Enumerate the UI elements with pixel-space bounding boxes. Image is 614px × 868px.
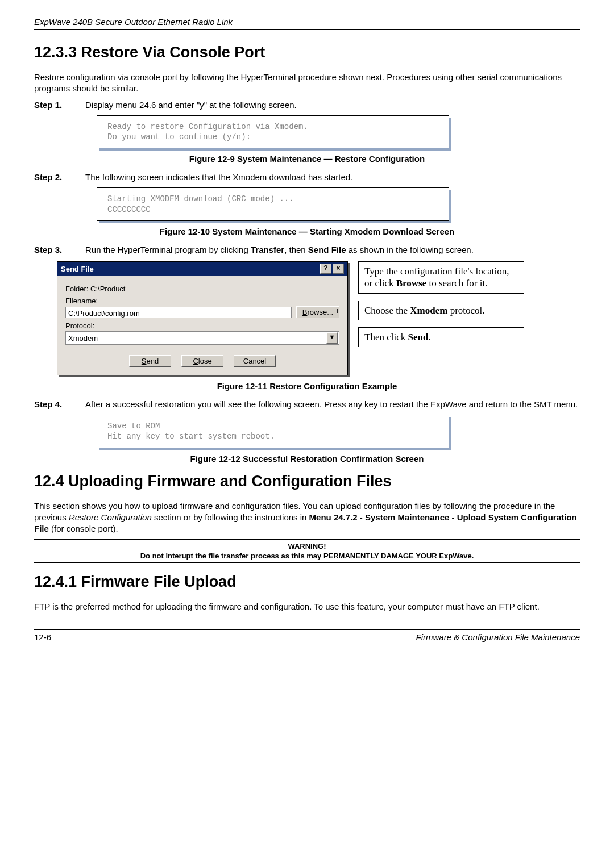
- filename-label: Filename:: [65, 297, 339, 305]
- send-file-dialog: Send File ? × Folder: C:\Product Filenam…: [57, 261, 348, 375]
- console-line: Ready to restore Configuration via Xmode…: [107, 122, 438, 132]
- chevron-down-icon[interactable]: ▼: [326, 332, 338, 344]
- section-12-4-title: 12.4 Uploading Firmware and Configuratio…: [34, 473, 580, 490]
- step-2: Step 2. The following screen indicates t…: [34, 172, 580, 183]
- cancel-button[interactable]: Cancel: [234, 355, 276, 367]
- page-footer: 12-6 Firmware & Configuration File Maint…: [34, 629, 580, 642]
- figure-12-12-caption: Figure 12-12 Successful Restoration Conf…: [34, 454, 580, 464]
- send-button[interactable]: Send: [129, 355, 171, 367]
- console-line: Save to ROM: [107, 421, 438, 431]
- dialog-title: Send File: [61, 265, 94, 273]
- step-1: Step 1. Display menu 24.6 and enter "y" …: [34, 99, 580, 111]
- filename-input[interactable]: C:\Product\config.rom: [65, 307, 292, 318]
- warning-title: WARNING!: [34, 542, 580, 550]
- protocol-select[interactable]: Xmodem ▼: [65, 331, 339, 345]
- warning-box: WARNING! Do not interupt the file transf…: [34, 539, 580, 563]
- step-1-text: Display menu 24.6 and enter "y" at the f…: [85, 99, 580, 111]
- step-4-label: Step 4.: [34, 399, 85, 410]
- section-12-4-1-paragraph: FTP is the preferred method for uploadin…: [34, 601, 580, 612]
- figure-12-9-caption: Figure 12-9 System Maintenance — Restore…: [34, 154, 580, 164]
- warning-text: Do not interupt the file transfer proces…: [34, 552, 580, 560]
- console-box-2: Starting XMODEM download (CRC mode) ... …: [97, 187, 449, 220]
- console-box-1: Ready to restore Configuration via Xmode…: [97, 115, 449, 148]
- console-box-3: Save to ROM Hit any key to start system …: [97, 415, 449, 448]
- page-header: ExpWave 240B Secure Outdoor Ethernet Rad…: [34, 17, 580, 30]
- figure-12-10-caption: Figure 12-10 System Maintenance — Starti…: [34, 227, 580, 236]
- protocol-label: Protocol:: [65, 322, 339, 330]
- close-button[interactable]: Close: [181, 355, 223, 367]
- help-button[interactable]: ?: [320, 264, 331, 274]
- console-line: Starting XMODEM download (CRC mode) ...: [107, 194, 438, 204]
- protocol-value: Xmodem: [68, 334, 98, 343]
- page-number: 12-6: [34, 632, 51, 642]
- callout-protocol: Choose the Xmodem protocol.: [358, 301, 524, 320]
- figure-12-11-caption: Figure 12-11 Restore Configuration Examp…: [34, 381, 580, 391]
- console-line: Do you want to continue (y/n):: [107, 132, 438, 142]
- callout-send: Then click Send.: [358, 327, 524, 347]
- section-12-4-paragraph: This section shows you how to upload fir…: [34, 500, 580, 535]
- console-line: CCCCCCCCC: [107, 205, 438, 215]
- section-12-4-1-title: 12.4.1 Firmware File Upload: [34, 573, 580, 591]
- console-line: Hit any key to start system reboot.: [107, 431, 438, 441]
- intro-paragraph: Restore configuration via console port b…: [34, 72, 580, 95]
- step-4-text: After a successful restoration you will …: [85, 399, 580, 410]
- section-12-3-3-title: 12.3.3 Restore Via Console Port: [34, 44, 580, 61]
- step-3-text: Run the HyperTerminal program by clickin…: [85, 244, 580, 256]
- close-icon[interactable]: ×: [333, 264, 344, 274]
- footer-title: Firmware & Configuration File Maintenanc…: [416, 632, 580, 642]
- step-4: Step 4. After a successful restoration y…: [34, 399, 580, 410]
- step-2-text: The following screen indicates that the …: [85, 172, 580, 183]
- step-2-label: Step 2.: [34, 172, 85, 183]
- folder-label: Folder: C:\Product: [65, 285, 339, 293]
- callout-browse: Type the configuration file's location, …: [358, 261, 524, 294]
- step-3: Step 3. Run the HyperTerminal program by…: [34, 244, 580, 256]
- browse-button[interactable]: Browse...: [296, 306, 339, 318]
- callouts: Type the configuration file's location, …: [358, 261, 524, 375]
- step-3-label: Step 3.: [34, 244, 85, 256]
- dialog-titlebar: Send File ? ×: [57, 262, 347, 276]
- step-1-label: Step 1.: [34, 99, 85, 111]
